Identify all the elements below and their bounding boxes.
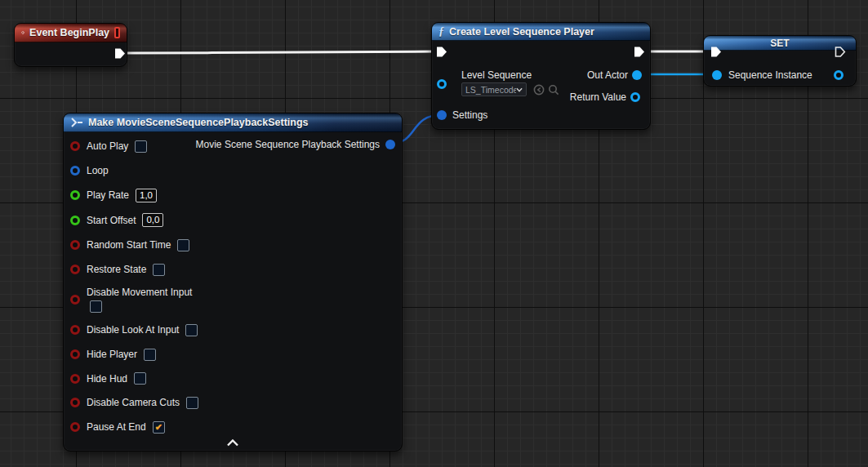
level-sequence-dropdown[interactable]: LS_TimecodePr xyxy=(461,82,527,96)
pin-label: Hide Hud xyxy=(87,373,127,385)
pin-label: Auto Play xyxy=(87,140,128,152)
node-event-beginplay[interactable]: Event BeginPlay xyxy=(14,23,127,67)
play-rate-pin[interactable] xyxy=(70,190,80,200)
sequence-instance-out-pin[interactable] xyxy=(834,70,844,80)
pin-label: Loop xyxy=(87,165,109,176)
pin-label-out-actor: Out Actor xyxy=(587,69,628,81)
node-header[interactable]: ƒ Create Level Sequence Player xyxy=(432,23,650,41)
node-create-level-sequence-player[interactable]: ƒ Create Level Sequence Player Level Seq… xyxy=(431,22,651,130)
exec-out-pin[interactable] xyxy=(634,47,645,57)
pin-row-pause-at-end: Pause At End xyxy=(64,415,402,439)
node-set-sequence-instance[interactable]: SET Sequence Instance xyxy=(703,35,857,87)
pin-label-level-sequence: Level Sequence xyxy=(461,69,532,81)
disable-camera-cuts-checkbox[interactable] xyxy=(186,397,198,409)
exec-out-pin[interactable] xyxy=(835,47,846,57)
out-actor-pin[interactable] xyxy=(632,70,642,80)
disable-movement-input-pin[interactable] xyxy=(70,295,80,305)
function-icon: ƒ xyxy=(438,25,444,38)
level-sequence-value: LS_TimecodePr xyxy=(465,85,516,95)
pin-row-disable-camera-cuts: Disable Camera Cuts xyxy=(64,390,402,415)
node-header[interactable]: SET xyxy=(704,36,856,51)
exec-in-pin[interactable] xyxy=(436,47,447,57)
start-offset-field[interactable]: 0,0 xyxy=(142,213,163,227)
loop-pin[interactable] xyxy=(70,166,80,176)
pin-row-restore-state: Restore State xyxy=(64,257,402,282)
hide-hud-pin[interactable] xyxy=(70,374,80,384)
pin-row-start-offset: Start Offset 0,0 xyxy=(64,207,402,233)
chevron-down-icon xyxy=(516,87,523,92)
exec-out-pin[interactable] xyxy=(114,48,126,59)
node-header[interactable]: Event BeginPlay xyxy=(15,24,127,42)
make-struct-icon xyxy=(70,118,83,127)
blueprint-graph-canvas[interactable]: { "palette": { "exec_wire": "#f2f2f2", "… xyxy=(0,0,868,467)
auto-play-pin[interactable] xyxy=(70,141,80,151)
exec-wire-beginplay-to-create xyxy=(122,51,436,53)
hide-player-checkbox[interactable] xyxy=(144,349,156,361)
play-rate-field[interactable]: 1,0 xyxy=(136,189,157,202)
hide-hud-checkbox[interactable] xyxy=(134,372,146,385)
pin-row-hide-hud: Hide Hud xyxy=(64,367,402,390)
disable-look-at-input-checkbox[interactable] xyxy=(185,324,198,336)
pin-row-disable-look-at-input: Disable Look At Input xyxy=(64,318,402,342)
pin-label-return-value: Return Value xyxy=(570,91,626,103)
start-offset-pin[interactable] xyxy=(70,216,80,225)
random-start-time-pin[interactable] xyxy=(70,240,80,250)
pin-label: Play Rate xyxy=(87,189,129,201)
hide-player-pin[interactable] xyxy=(70,349,80,359)
pin-label: Disable Camera Cuts xyxy=(87,397,180,408)
level-sequence-pin[interactable] xyxy=(437,79,447,89)
exec-in-pin[interactable] xyxy=(710,47,722,57)
restore-state-pin[interactable] xyxy=(70,265,80,274)
pause-at-end-checkbox[interactable] xyxy=(153,421,165,434)
pin-row-random-start-time: Random Start Time xyxy=(64,233,402,257)
pin-label: Disable Movement Input xyxy=(87,287,192,298)
pin-row-play-rate: Play Rate 1,0 xyxy=(64,183,402,207)
disable-movement-input-checkbox[interactable] xyxy=(90,300,102,313)
pin-row-hide-player: Hide Player xyxy=(64,342,402,367)
disable-look-at-input-pin[interactable] xyxy=(70,325,80,335)
pin-label: Disable Look At Input xyxy=(87,324,179,336)
pin-label: Pause At End xyxy=(87,421,146,433)
disable-camera-cuts-pin[interactable] xyxy=(70,398,80,407)
pin-label: Start Offset xyxy=(87,215,136,226)
node-header[interactable]: Make MovieSceneSequencePlaybackSettings xyxy=(64,113,402,132)
collapse-advanced-pins-icon[interactable] xyxy=(226,439,239,447)
return-value-pin[interactable] xyxy=(630,92,640,102)
auto-play-checkbox[interactable] xyxy=(135,140,147,153)
node-title: Make MovieSceneSequencePlaybackSettings xyxy=(88,117,309,128)
pause-at-end-pin[interactable] xyxy=(70,422,80,432)
node-title: Event BeginPlay xyxy=(29,27,109,38)
node-title: Create Level Sequence Player xyxy=(449,26,594,38)
random-start-time-checkbox[interactable] xyxy=(177,239,189,251)
node-title: SET xyxy=(770,38,789,49)
pin-label: Restore State xyxy=(87,264,146,275)
pin-row-disable-movement-input: Disable Movement Input xyxy=(64,282,402,318)
pin-label: Random Start Time xyxy=(87,239,171,251)
pin-row-loop: Loop xyxy=(64,158,402,183)
pin-row-auto-play: Auto Play xyxy=(64,134,402,158)
delegate-box-icon[interactable] xyxy=(114,27,120,38)
node-make-playback-settings[interactable]: Make MovieSceneSequencePlaybackSettings … xyxy=(63,113,403,451)
pin-label-sequence-instance: Sequence Instance xyxy=(728,69,812,81)
event-icon xyxy=(21,27,24,38)
browse-search-icon[interactable] xyxy=(548,84,559,96)
restore-state-checkbox[interactable] xyxy=(153,264,165,276)
pin-label-settings: Settings xyxy=(452,109,487,121)
sequence-instance-in-pin[interactable] xyxy=(712,70,722,80)
use-selected-icon[interactable] xyxy=(533,84,545,96)
settings-pin[interactable] xyxy=(437,110,447,120)
pin-label: Hide Player xyxy=(87,349,137,360)
